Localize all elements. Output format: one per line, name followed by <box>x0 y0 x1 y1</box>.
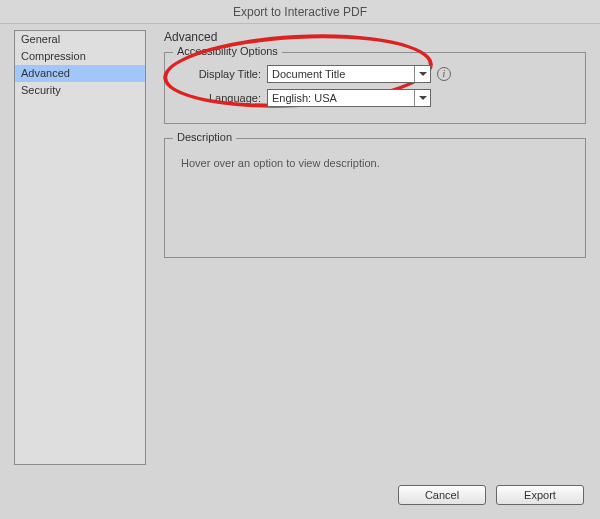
language-value: English: USA <box>272 92 337 104</box>
sidebar-item-advanced[interactable]: Advanced <box>15 65 145 82</box>
sidebar-item-compression[interactable]: Compression <box>15 48 145 65</box>
content-area: General Compression Advanced Security Ad… <box>14 30 586 465</box>
description-legend: Description <box>173 131 236 143</box>
display-title-value: Document Title <box>272 68 345 80</box>
chevron-down-icon <box>414 66 430 82</box>
panel-title: Advanced <box>164 30 586 44</box>
info-icon[interactable]: i <box>437 67 451 81</box>
chevron-down-icon <box>414 90 430 106</box>
description-fieldset: Description Hover over an option to view… <box>164 138 586 258</box>
main-panel: Advanced Accessibility Options Display T… <box>164 30 586 465</box>
cancel-button[interactable]: Cancel <box>398 485 486 505</box>
language-row: Language: English: USA <box>175 89 575 107</box>
language-dropdown[interactable]: English: USA <box>267 89 431 107</box>
accessibility-legend: Accessibility Options <box>173 45 282 57</box>
button-bar: Cancel Export <box>398 485 584 505</box>
export-button[interactable]: Export <box>496 485 584 505</box>
display-title-dropdown[interactable]: Document Title <box>267 65 431 83</box>
display-title-label: Display Title: <box>175 68 267 80</box>
display-title-row: Display Title: Document Title i <box>175 65 575 83</box>
description-text: Hover over an option to view description… <box>175 151 575 247</box>
accessibility-fieldset: Accessibility Options Display Title: Doc… <box>164 52 586 124</box>
sidebar-item-security[interactable]: Security <box>15 82 145 99</box>
sidebar: General Compression Advanced Security <box>14 30 146 465</box>
language-label: Language: <box>175 92 267 104</box>
window-title: Export to Interactive PDF <box>0 0 600 24</box>
sidebar-item-general[interactable]: General <box>15 31 145 48</box>
